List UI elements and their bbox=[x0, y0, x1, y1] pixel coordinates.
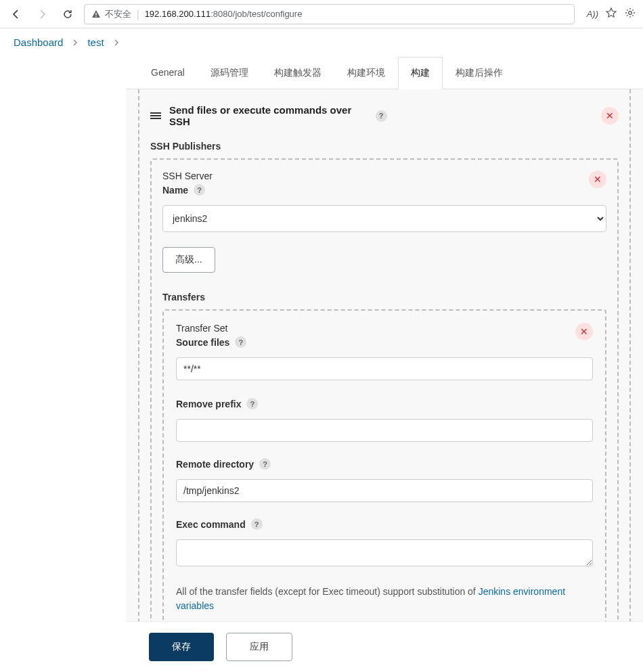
ssh-server-box: SSH Server Name ? ✕ jenkins2 高级... Trans… bbox=[150, 158, 619, 639]
chevron-right-icon bbox=[114, 37, 119, 48]
svg-rect-1 bbox=[95, 16, 96, 16]
chevron-right-icon bbox=[72, 37, 78, 48]
apply-button[interactable]: 应用 bbox=[226, 633, 292, 661]
tab-triggers[interactable]: 构建触发器 bbox=[261, 57, 334, 89]
settings-icon[interactable] bbox=[624, 7, 636, 21]
browser-toolbar: 不安全 | 192.168.200.111:8080/job/test/conf… bbox=[0, 0, 643, 28]
address-bar[interactable]: 不安全 | 192.168.200.111:8080/job/test/conf… bbox=[84, 4, 575, 24]
remote-directory-input[interactable] bbox=[176, 479, 593, 502]
help-icon[interactable]: ? bbox=[235, 336, 246, 348]
remove-transfer-button[interactable]: ✕ bbox=[575, 323, 593, 340]
config-tabs: General 源码管理 构建触发器 构建环境 构建 构建后操作 bbox=[126, 56, 643, 89]
tab-build[interactable]: 构建 bbox=[398, 57, 443, 89]
forward-button[interactable] bbox=[32, 5, 51, 24]
remove-prefix-input[interactable] bbox=[176, 419, 593, 442]
source-files-label: Source files bbox=[176, 337, 229, 348]
breadcrumb: Dashboard test bbox=[0, 28, 643, 56]
exec-command-label: Exec command bbox=[176, 519, 246, 530]
help-icon[interactable]: ? bbox=[194, 184, 205, 196]
addr-divider: | bbox=[137, 9, 139, 20]
transfer-set-box: Transfer Set Source files ? ✕ bbox=[162, 309, 606, 625]
breadcrumb-dashboard[interactable]: Dashboard bbox=[14, 37, 63, 48]
help-icon[interactable]: ? bbox=[259, 458, 271, 470]
warning-icon bbox=[91, 9, 101, 19]
transfers-label: Transfers bbox=[162, 292, 606, 303]
help-icon[interactable]: ? bbox=[376, 110, 387, 122]
name-label: Name bbox=[162, 185, 188, 196]
help-icon[interactable]: ? bbox=[251, 518, 263, 530]
ssh-server-select[interactable]: jenkins2 bbox=[162, 205, 606, 232]
exec-command-textarea[interactable] bbox=[176, 539, 593, 566]
refresh-button[interactable] bbox=[58, 5, 77, 24]
step-title: Send files or execute commands over SSH bbox=[169, 104, 368, 127]
drag-handle-icon[interactable] bbox=[150, 112, 161, 119]
tab-postbuild[interactable]: 构建后操作 bbox=[443, 57, 516, 89]
transfer-set-label: Transfer Set bbox=[176, 323, 246, 334]
tab-general[interactable]: General bbox=[138, 57, 198, 89]
ssh-publishers-label: SSH Publishers bbox=[150, 141, 619, 152]
remove-prefix-label: Remove prefix bbox=[176, 399, 241, 409]
tab-scm[interactable]: 源码管理 bbox=[198, 57, 261, 89]
breadcrumb-test[interactable]: test bbox=[87, 37, 104, 48]
remove-server-button[interactable]: ✕ bbox=[589, 171, 606, 188]
help-icon[interactable]: ? bbox=[246, 398, 258, 409]
remote-directory-label: Remote directory bbox=[176, 459, 254, 470]
read-aloud-icon[interactable]: A)) bbox=[587, 9, 598, 19]
svg-rect-0 bbox=[95, 13, 96, 16]
back-button[interactable] bbox=[7, 5, 26, 24]
ssh-server-label: SSH Server bbox=[162, 171, 213, 181]
save-button[interactable]: 保存 bbox=[149, 633, 214, 661]
tab-env[interactable]: 构建环境 bbox=[334, 57, 398, 89]
url-text: 192.168.200.111:8080/job/test/configure bbox=[145, 9, 303, 19]
hint-text: All of the transfer fields (except for E… bbox=[176, 585, 593, 613]
svg-point-2 bbox=[629, 12, 632, 15]
insecure-label: 不安全 bbox=[105, 8, 131, 20]
sidebar bbox=[0, 56, 126, 662]
source-files-input[interactable] bbox=[176, 357, 593, 380]
favorites-icon[interactable] bbox=[605, 7, 617, 21]
advanced-button[interactable]: 高级... bbox=[162, 247, 215, 273]
remove-step-button[interactable]: ✕ bbox=[601, 107, 619, 125]
footer-actions: 保存 应用 bbox=[126, 621, 643, 672]
